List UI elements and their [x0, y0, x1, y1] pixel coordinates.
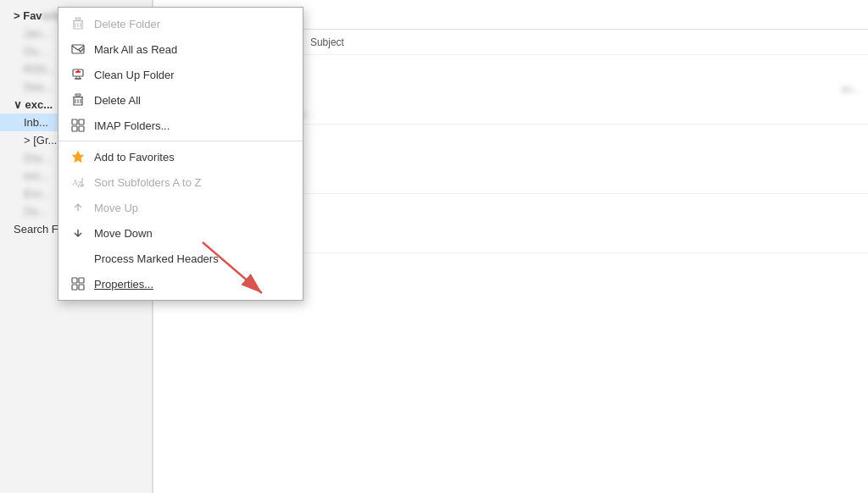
svg-rect-22: [72, 285, 77, 290]
svg-rect-16: [79, 126, 84, 131]
menu-label-delete-all: Delete All: [94, 94, 141, 107]
svg-marker-17: [73, 152, 83, 162]
menu-item-move-up[interactable]: Move Up: [58, 195, 303, 220]
svg-text:Z: Z: [77, 180, 82, 189]
imap-folders-icon: [70, 118, 86, 133]
menu-separator-1: [58, 141, 303, 141]
menu-item-add-favorites[interactable]: Add to Favorites: [58, 144, 303, 169]
menu-item-process-marked[interactable]: Process Marked Headers: [58, 246, 303, 271]
properties-icon: [70, 276, 86, 291]
svg-rect-14: [79, 119, 84, 125]
menu-item-sort-subfolders[interactable]: A Z Sort Subfolders A to Z: [58, 169, 303, 195]
clean-up-folder-icon: [70, 67, 86, 82]
svg-rect-23: [79, 285, 84, 290]
menu-item-clean-up-folder[interactable]: Clean Up Folder: [58, 62, 303, 87]
menu-label-move-down: Move Down: [94, 227, 153, 240]
menu-item-delete-all[interactable]: Delete All: [58, 87, 303, 113]
sort-subfolders-icon: A Z: [70, 174, 86, 190]
menu-item-properties[interactable]: Properties...: [58, 271, 303, 296]
menu-label-sort-subfolders: Sort Subfolders A to Z: [94, 176, 201, 189]
move-down-icon: [70, 225, 86, 241]
menu-label-properties: Properties...: [94, 278, 153, 291]
svg-rect-20: [72, 278, 77, 283]
menu-label-process-marked: Process Marked Headers: [94, 252, 219, 265]
add-favorites-icon: [70, 149, 86, 164]
move-up-icon: [70, 200, 86, 215]
menu-item-imap-folders[interactable]: IMAP Folders...: [58, 113, 303, 138]
context-menu: Delete Folder Mark All as Read: [58, 7, 303, 301]
delete-folder-icon: [70, 16, 86, 31]
mark-all-read-icon: [70, 42, 86, 57]
menu-label-mark-all-read: Mark All as Read: [94, 43, 177, 56]
svg-rect-21: [79, 278, 84, 283]
menu-item-delete-folder[interactable]: Delete Folder: [58, 11, 303, 36]
menu-label-clean-up-folder: Clean Up Folder: [94, 69, 175, 81]
svg-rect-15: [72, 126, 77, 131]
mail-date-1: an...: [842, 84, 860, 94]
svg-rect-13: [72, 119, 77, 125]
col-subject-header: Subject: [303, 36, 351, 48]
menu-item-move-down[interactable]: Move Down: [58, 220, 303, 246]
menu-label-add-favorites: Add to Favorites: [94, 151, 175, 163]
process-marked-icon: [70, 251, 86, 266]
menu-item-mark-all-read[interactable]: Mark All as Read: [58, 36, 303, 62]
menu-label-move-up: Move Up: [94, 202, 138, 214]
menu-label-delete-folder: Delete Folder: [94, 18, 160, 30]
delete-all-icon: [70, 92, 86, 108]
menu-label-imap-folders: IMAP Folders...: [94, 119, 170, 132]
